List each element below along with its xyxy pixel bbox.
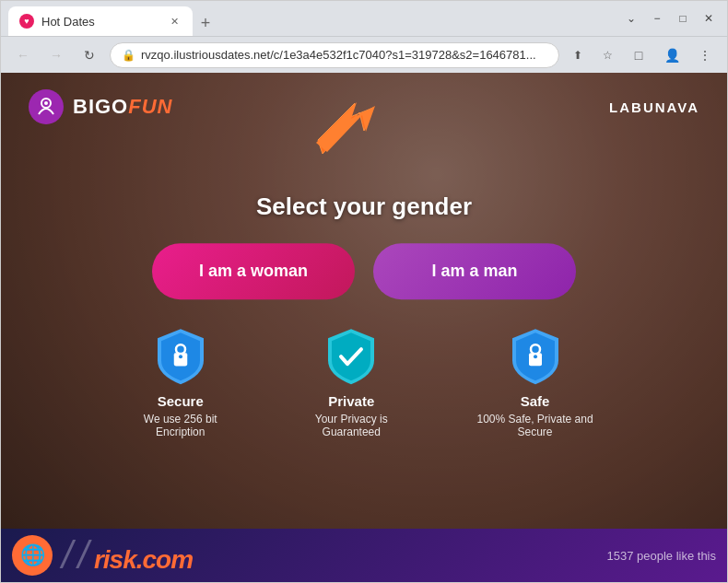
logo-area: BIGOFUN	[29, 89, 172, 124]
nav-right-label: LABUNAVA	[609, 99, 699, 115]
page-content: BIGOFUN LABUNAVA Select your gender I am…	[1, 73, 727, 582]
url-bar[interactable]: 🔒 rvzqo.ilustriousdates.net/c/1e3a4e532f…	[110, 42, 559, 68]
private-badge-desc: Your Privacy is Guaranteed	[291, 413, 411, 438]
share-icon[interactable]: ⬆	[567, 44, 589, 66]
profile-icon[interactable]: 👤	[659, 42, 685, 68]
menu-icon[interactable]: ⋮	[692, 42, 718, 68]
gender-buttons: I am a woman I am a man	[124, 243, 604, 299]
logo-icon	[29, 89, 64, 124]
safe-badge-desc: 100% Safe, Private and Secure	[466, 413, 604, 438]
secure-badge-desc: We use 256 bit Encription	[124, 413, 236, 438]
safe-badge: Safe 100% Safe, Private and Secure	[466, 327, 604, 438]
forward-button[interactable]: →	[43, 42, 69, 68]
secure-shield-icon	[154, 327, 207, 386]
active-tab[interactable]: ♥ Hot Dates ✕	[8, 6, 193, 36]
safe-badge-title: Safe	[466, 393, 604, 409]
logo-text: BIGOFUN	[73, 95, 172, 119]
bookmark-icon[interactable]: ☆	[596, 44, 618, 66]
window-controls: ⌄ − □ ✕	[620, 7, 720, 29]
arrow-indicator	[309, 99, 382, 167]
svg-point-7	[534, 355, 537, 358]
tab-area: ♥ Hot Dates ✕ +	[8, 1, 615, 36]
tab-favicon: ♥	[19, 14, 34, 29]
title-bar: ♥ Hot Dates ✕ + ⌄ − □ ✕	[1, 1, 727, 36]
minimize-button[interactable]: −	[646, 7, 668, 29]
tab-close-button[interactable]: ✕	[167, 14, 182, 29]
secure-badge: Secure We use 256 bit Encription	[124, 327, 236, 438]
new-tab-button[interactable]: +	[193, 10, 218, 36]
like-count: 1537 people like this	[606, 549, 716, 563]
extensions-icon[interactable]: □	[626, 42, 652, 68]
refresh-button[interactable]: ↻	[76, 42, 102, 68]
main-content: Select your gender I am a woman I am a m…	[124, 192, 604, 438]
logo-fun: FUN	[128, 95, 172, 118]
svg-point-1	[44, 101, 48, 105]
logo-bigo: BIGO	[73, 95, 128, 118]
safe-shield-icon	[509, 327, 562, 386]
private-badge: Private Your Privacy is Guaranteed	[291, 327, 411, 438]
address-bar: ← → ↻ 🔒 rvzqo.ilustriousdates.net/c/1e3a…	[1, 36, 727, 73]
globe-icon: 🌐	[12, 535, 53, 576]
bottom-bar: 🌐 / / risk.com 1537 people like this	[1, 529, 727, 582]
maximize-button[interactable]: □	[672, 7, 694, 29]
private-shield-icon	[324, 327, 378, 386]
man-button[interactable]: I am a man	[373, 243, 576, 299]
woman-button[interactable]: I am a woman	[152, 243, 355, 299]
chevron-down-icon[interactable]: ⌄	[620, 7, 642, 29]
browser-frame: ♥ Hot Dates ✕ + ⌄ − □ ✕ ← → ↻ 🔒 rvzqo.il…	[0, 0, 728, 583]
risk-logo: / / risk.com	[62, 536, 193, 575]
select-gender-title: Select your gender	[124, 192, 604, 221]
private-badge-title: Private	[291, 393, 411, 409]
tab-title: Hot Dates	[41, 15, 159, 29]
url-text: rvzqo.ilustriousdates.net/c/1e3a4e532f1c…	[141, 48, 547, 62]
close-button[interactable]: ✕	[698, 7, 720, 29]
trust-badges: Secure We use 256 bit Encription Private…	[124, 327, 604, 438]
back-button[interactable]: ←	[10, 42, 36, 68]
arrow-icon	[309, 99, 382, 163]
svg-point-4	[179, 355, 182, 358]
secure-badge-title: Secure	[124, 393, 236, 409]
lock-icon: 🔒	[122, 49, 135, 62]
